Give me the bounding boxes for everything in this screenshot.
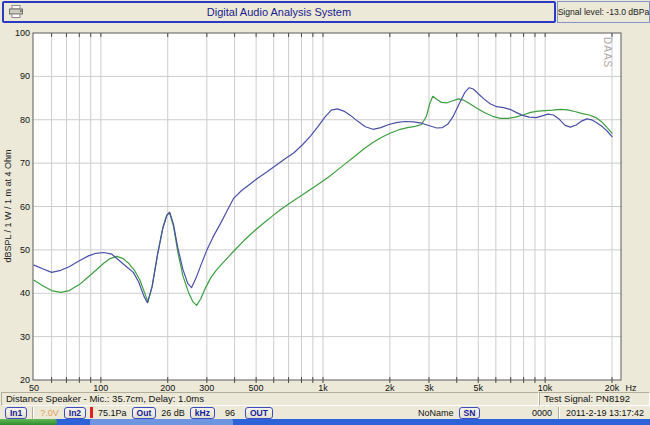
taskbar-window-button[interactable] [90, 419, 233, 425]
signal-level-text: Signal level: -13.0 dBPa [558, 7, 650, 17]
taskbar-sliver [0, 419, 650, 425]
daas-watermark: DAAS [602, 37, 613, 68]
overload-indicator [90, 407, 93, 418]
y-tick-label: 70 [20, 158, 30, 168]
toolbar-separator [558, 407, 560, 419]
counter-value: 0000 [532, 408, 552, 418]
title-bar: Digital Audio Analysis System [2, 1, 556, 23]
y-tick-label: 100 [15, 28, 30, 38]
input2-button[interactable]: In2 [64, 407, 86, 419]
input1-button[interactable]: In1 [5, 407, 27, 419]
frequency-response-chart: 501002003005001k2k3k5k10k20kHz1009080706… [0, 0, 650, 425]
y-tick-label: 50 [20, 245, 30, 255]
signal-level-box: Signal level: -13.0 dBPa [557, 1, 650, 23]
printer-icon[interactable] [8, 5, 24, 19]
y-axis-title: dBSPL / 1 W / 1 m at 4 Ohm [3, 149, 13, 262]
output-gain-value: 26 dB [161, 408, 185, 418]
file-name-value: NoName [418, 408, 454, 418]
y-tick-label: 30 [20, 332, 30, 342]
toolbar-separator [32, 407, 34, 419]
datetime-value: 2011-2-19 13:17:42 [566, 408, 644, 418]
y-tick-label: 20 [20, 375, 30, 385]
y-tick-label: 40 [20, 288, 30, 298]
output-button[interactable]: Out [132, 407, 157, 419]
control-bar: In1 ?.0V In2 75.1Pa Out 26 dB kHz 96 OUT… [0, 405, 650, 420]
sample-rate-value: 96 [225, 408, 235, 418]
status-test-signal: Test Signal: PN8192 [539, 392, 650, 406]
taskbar-start-fragment[interactable] [0, 419, 57, 425]
y-tick-label: 90 [20, 71, 30, 81]
out-routing-button[interactable]: OUT [245, 407, 273, 419]
status-measurement-info: Distance Speaker - Mic.: 35.7cm, Delay: … [1, 392, 539, 406]
input-voltage-value: ?.0V [40, 408, 59, 418]
serial-number-button[interactable]: SN [459, 407, 481, 419]
window-title: Digital Audio Analysis System [207, 6, 351, 18]
y-tick-label: 60 [20, 202, 30, 212]
y-tick-label: 80 [20, 115, 30, 125]
khz-button[interactable]: kHz [190, 407, 215, 419]
mic-pressure-value: 75.1Pa [98, 408, 127, 418]
